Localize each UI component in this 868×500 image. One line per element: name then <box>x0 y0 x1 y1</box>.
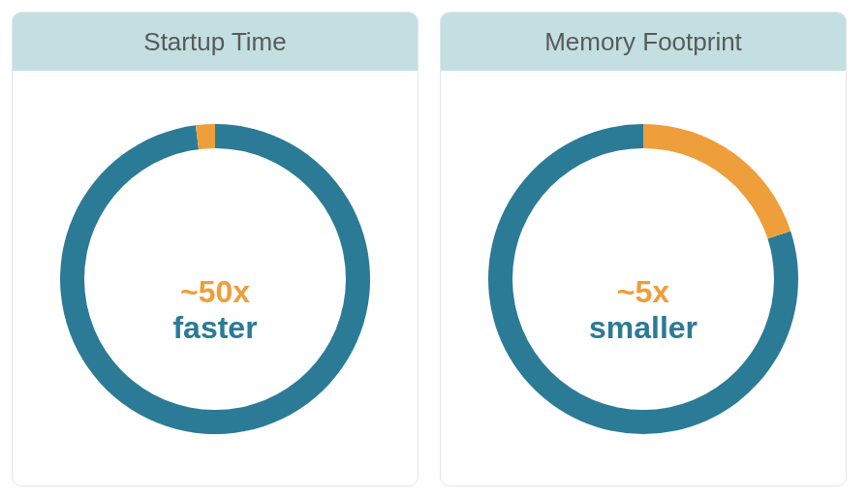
card-body: ~5x smaller <box>441 71 846 486</box>
cards-container: Startup Time ~50x faster <box>12 12 856 486</box>
metric-prefix: ~ <box>180 274 199 309</box>
card-header: Memory Footprint <box>441 13 846 71</box>
metric-value: 5x <box>636 274 670 309</box>
metric-line: ~50x <box>172 274 257 310</box>
card-title: Startup Time <box>143 27 286 57</box>
center-label: ~5x smaller <box>589 274 698 346</box>
card-memory-footprint: Memory Footprint ~5x smaller <box>440 12 847 486</box>
metric-value: 50x <box>199 274 250 309</box>
metric-descriptor: smaller <box>589 310 698 346</box>
card-body: ~50x faster <box>13 71 418 486</box>
metric-descriptor: faster <box>172 310 257 346</box>
card-header: Startup Time <box>13 13 418 71</box>
donut-chart: ~5x smaller <box>483 119 803 439</box>
card-title: Memory Footprint <box>544 27 742 57</box>
donut-chart: ~50x faster <box>55 119 375 439</box>
metric-line: ~5x <box>589 274 698 310</box>
center-label: ~50x faster <box>172 274 257 346</box>
metric-prefix: ~ <box>617 274 636 309</box>
card-startup-time: Startup Time ~50x faster <box>12 12 418 486</box>
